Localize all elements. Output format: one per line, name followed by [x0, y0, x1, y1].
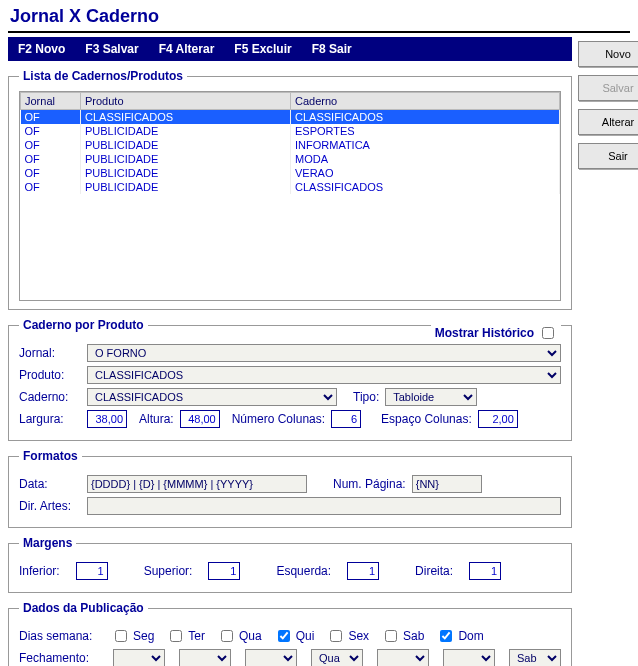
novo-button[interactable]: Novo [578, 41, 638, 67]
mostrar-historico: Mostrar Histórico [431, 324, 561, 342]
table-row[interactable]: OFCLASSIFICADOSCLASSIFICADOS [21, 110, 560, 125]
fkey-bar: F2 Novo F3 Salvar F4 Alterar F5 Excluir … [8, 37, 572, 61]
day-dom-check[interactable] [440, 630, 452, 642]
lista-fieldset: Lista de Cadernos/Produtos Jornal Produt… [8, 69, 572, 310]
superior-label: Superior: [144, 564, 193, 578]
fkey-f4[interactable]: F4 Alterar [159, 42, 215, 56]
cell-jornal: OF [21, 166, 81, 180]
dirartes-input[interactable] [87, 497, 561, 515]
table-row[interactable]: OFPUBLICIDADEESPORTES [21, 124, 560, 138]
margens-fieldset: Margens Inferior: Superior: Esquerda: Di… [8, 536, 572, 593]
cell-produto: PUBLICIDADE [81, 124, 291, 138]
esquerda-label: Esquerda: [276, 564, 331, 578]
jornal-label: Jornal: [19, 346, 81, 360]
cell-produto: PUBLICIDADE [81, 138, 291, 152]
cell-caderno: INFORMATICA [291, 138, 560, 152]
dias-label: Dias semana: [19, 629, 99, 643]
data-label: Data: [19, 477, 81, 491]
col-caderno[interactable]: Caderno [291, 93, 560, 110]
cell-produto: CLASSIFICADOS [81, 110, 291, 125]
cell-caderno: CLASSIFICADOS [291, 180, 560, 194]
superior-input[interactable] [208, 562, 240, 580]
publicacao-fieldset: Dados da Publicação Dias semana: Seg Ter… [8, 601, 572, 666]
espcol-input[interactable] [478, 410, 518, 428]
cell-caderno: CLASSIFICADOS [291, 110, 560, 125]
produto-label: Produto: [19, 368, 81, 382]
fech-seg[interactable] [113, 649, 165, 666]
direita-input[interactable] [469, 562, 501, 580]
table-row[interactable]: OFPUBLICIDADEINFORMATICA [21, 138, 560, 152]
altura-input[interactable] [180, 410, 220, 428]
fechamento-label: Fechamento: [19, 651, 99, 665]
cell-jornal: OF [21, 138, 81, 152]
jornal-select[interactable]: O FORNO [87, 344, 561, 362]
col-jornal[interactable]: Jornal [21, 93, 81, 110]
inferior-label: Inferior: [19, 564, 60, 578]
cell-produto: PUBLICIDADE [81, 152, 291, 166]
cell-produto: PUBLICIDADE [81, 166, 291, 180]
fech-sex[interactable] [377, 649, 429, 666]
inferior-input[interactable] [76, 562, 108, 580]
day-qua-check[interactable] [221, 630, 233, 642]
cell-caderno: MODA [291, 152, 560, 166]
col-produto[interactable]: Produto [81, 93, 291, 110]
divider [8, 31, 630, 33]
page-title: Jornal X Caderno [8, 0, 630, 29]
fech-ter[interactable] [179, 649, 231, 666]
tipo-label: Tipo: [353, 390, 379, 404]
fech-dom[interactable]: Sab [509, 649, 561, 666]
tipo-select[interactable]: Tabloide [385, 388, 477, 406]
caderno-legend: Caderno por Produto [19, 318, 148, 332]
formatos-fieldset: Formatos Data: Num. Página: Dir. Artes: [8, 449, 572, 528]
cell-caderno: VERAO [291, 166, 560, 180]
fkey-f8[interactable]: F8 Sair [312, 42, 352, 56]
altura-label: Altura: [139, 412, 174, 426]
fkey-f2[interactable]: F2 Novo [18, 42, 65, 56]
largura-input[interactable] [87, 410, 127, 428]
fech-qui[interactable]: Qua [311, 649, 363, 666]
salvar-button[interactable]: Salvar [578, 75, 638, 101]
lista-legend: Lista de Cadernos/Produtos [19, 69, 187, 83]
caderno-select[interactable]: CLASSIFICADOS [87, 388, 337, 406]
table-row[interactable]: OFPUBLICIDADECLASSIFICADOS [21, 180, 560, 194]
numpag-input[interactable] [412, 475, 482, 493]
cell-caderno: ESPORTES [291, 124, 560, 138]
day-ter-check[interactable] [170, 630, 182, 642]
cell-produto: PUBLICIDADE [81, 180, 291, 194]
table-row[interactable]: OFPUBLICIDADEMODA [21, 152, 560, 166]
cell-jornal: OF [21, 152, 81, 166]
publicacao-legend: Dados da Publicação [19, 601, 148, 615]
day-sab-check[interactable] [385, 630, 397, 642]
dirartes-label: Dir. Artes: [19, 499, 81, 513]
alterar-button[interactable]: Alterar [578, 109, 638, 135]
day-sex-check[interactable] [330, 630, 342, 642]
fech-qua[interactable] [245, 649, 297, 666]
mostrar-historico-check[interactable] [542, 327, 554, 339]
caderno-fieldset: Caderno por Produto Mostrar Histórico Jo… [8, 318, 572, 441]
table-row[interactable]: OFPUBLICIDADEVERAO [21, 166, 560, 180]
cell-jornal: OF [21, 110, 81, 125]
numpag-label: Num. Página: [333, 477, 406, 491]
cell-jornal: OF [21, 180, 81, 194]
day-seg-check[interactable] [115, 630, 127, 642]
produto-select[interactable]: CLASSIFICADOS [87, 366, 561, 384]
espcol-label: Espaço Colunas: [381, 412, 472, 426]
cell-jornal: OF [21, 124, 81, 138]
data-input[interactable] [87, 475, 307, 493]
esquerda-input[interactable] [347, 562, 379, 580]
numcol-label: Número Colunas: [232, 412, 325, 426]
fech-sab[interactable] [443, 649, 495, 666]
numcol-input[interactable] [331, 410, 361, 428]
fkey-f5[interactable]: F5 Excluir [234, 42, 291, 56]
direita-label: Direita: [415, 564, 453, 578]
margens-legend: Margens [19, 536, 76, 550]
grid-cadernos[interactable]: Jornal Produto Caderno OFCLASSIFICADOSCL… [19, 91, 561, 301]
fkey-f3[interactable]: F3 Salvar [85, 42, 138, 56]
largura-label: Largura: [19, 412, 81, 426]
formatos-legend: Formatos [19, 449, 82, 463]
day-qui-check[interactable] [278, 630, 290, 642]
caderno-label: Caderno: [19, 390, 81, 404]
sair-button[interactable]: Sair [578, 143, 638, 169]
